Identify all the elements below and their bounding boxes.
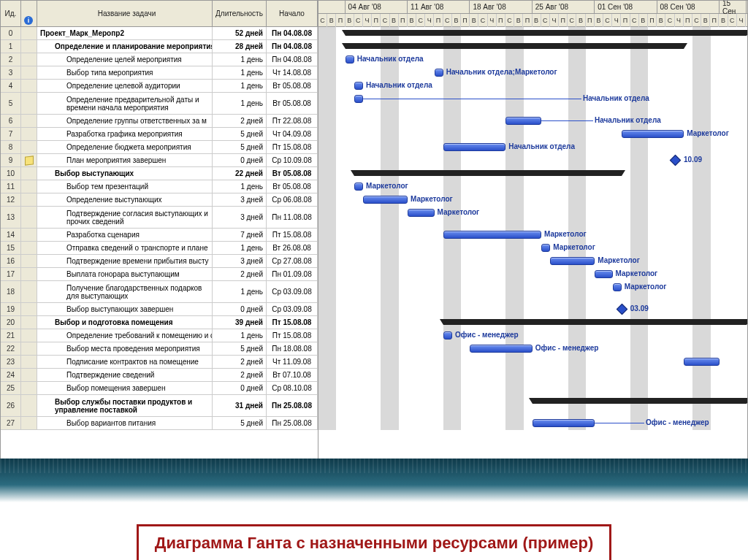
task-duration[interactable]: 1 день xyxy=(213,53,267,66)
task-bar[interactable] xyxy=(595,270,612,278)
task-duration[interactable]: 31 дней xyxy=(213,395,267,416)
table-row[interactable]: 18Получение благодарственных подарков дл… xyxy=(1,281,318,303)
col-start[interactable]: Начало xyxy=(267,1,318,26)
milestone-icon[interactable] xyxy=(670,155,682,166)
task-name[interactable]: Выплата гонорара выступающим xyxy=(37,268,213,280)
task-bar[interactable] xyxy=(354,95,363,103)
task-duration[interactable]: 2 дней xyxy=(213,369,267,381)
task-start[interactable]: Пт 15.08.08 xyxy=(267,329,318,342)
task-name[interactable]: Выбор тем презентаций xyxy=(37,180,213,193)
task-start[interactable]: Вт 05.08.08 xyxy=(267,93,318,114)
task-bar[interactable] xyxy=(470,345,532,353)
table-row[interactable]: 7Разработка графика мероприятия5 днейЧт … xyxy=(1,128,318,141)
task-start[interactable]: Чт 14.08.08 xyxy=(267,66,318,79)
table-row[interactable]: 22Выбор места проведения мероприятия5 дн… xyxy=(1,342,318,356)
task-start[interactable]: Пт 15.08.08 xyxy=(267,141,318,153)
task-duration[interactable]: 3 дней xyxy=(213,255,267,267)
task-name[interactable]: Разработка графика мероприятия xyxy=(37,128,213,140)
task-duration[interactable]: 39 дней xyxy=(213,316,267,329)
task-duration[interactable]: 1 день xyxy=(213,80,267,92)
task-start[interactable]: Пт 15.08.08 xyxy=(267,316,318,329)
task-name[interactable]: Проект_Марк_Меропр2 xyxy=(37,27,213,39)
table-row[interactable]: 10Выбор выступающих22 днейВт 05.08.08 xyxy=(1,167,318,180)
task-start[interactable]: Пн 25.08.08 xyxy=(267,417,318,429)
task-name[interactable]: Выбор вариантов питания xyxy=(37,417,213,429)
task-name[interactable]: Выбор места проведения мероприятия xyxy=(37,342,213,355)
task-name[interactable]: Подтверждение согласия выступающих и про… xyxy=(37,207,213,228)
task-start[interactable]: Пн 25.08.08 xyxy=(267,395,318,416)
summary-bar[interactable] xyxy=(354,170,622,176)
task-name[interactable]: Определение требований к помещению и с xyxy=(37,329,213,342)
table-row[interactable]: 26Выбор службы поставки продуктов и упра… xyxy=(1,395,318,417)
task-duration[interactable]: 3 дней xyxy=(213,193,267,206)
table-row[interactable]: 19Выбор выступающих завершен0 днейСр 03.… xyxy=(1,303,318,316)
task-duration[interactable]: 2 дней xyxy=(213,115,267,127)
task-start[interactable]: Пн 18.08.08 xyxy=(267,342,318,355)
task-duration[interactable]: 0 дней xyxy=(213,382,267,394)
task-name[interactable]: Определение предварительной даты и време… xyxy=(37,93,213,114)
task-duration[interactable]: 1 день xyxy=(213,281,267,302)
table-row[interactable]: 4Определение целевой аудитории1 деньВт 0… xyxy=(1,80,318,93)
task-duration[interactable]: 2 дней xyxy=(213,268,267,280)
task-name[interactable]: Разработка сценария xyxy=(37,229,213,241)
task-name[interactable]: Определение выступающих xyxy=(37,193,213,206)
task-name[interactable]: Определение целевой аудитории xyxy=(37,80,213,92)
col-duration[interactable]: Длительность xyxy=(213,1,267,26)
task-bar[interactable] xyxy=(354,183,363,191)
task-duration[interactable]: 52 дней xyxy=(213,27,267,39)
task-start[interactable]: Чт 04.09.08 xyxy=(267,128,318,140)
task-start[interactable]: Пн 04.08.08 xyxy=(267,40,318,53)
task-bar[interactable] xyxy=(533,419,595,427)
table-row[interactable]: 5Определение предварительной даты и врем… xyxy=(1,93,318,115)
task-bar[interactable] xyxy=(363,196,408,204)
task-duration[interactable]: 1 день xyxy=(213,66,267,79)
table-row[interactable]: 14Разработка сценария7 днейПт 15.08.08 xyxy=(1,229,318,242)
task-duration[interactable]: 7 дней xyxy=(213,229,267,241)
task-duration[interactable]: 0 дней xyxy=(213,303,267,315)
task-duration[interactable]: 2 дней xyxy=(213,356,267,368)
task-name[interactable]: Получение благодарственных подарков для … xyxy=(37,281,213,302)
task-name[interactable]: План мероприятия завершен xyxy=(37,154,213,166)
task-bar[interactable] xyxy=(443,143,505,151)
task-name[interactable]: Определение группы ответственных за м xyxy=(37,115,213,127)
table-row[interactable]: 8Определение бюджета мероприятия5 днейПт… xyxy=(1,141,318,154)
task-start[interactable]: Вт 05.08.08 xyxy=(267,167,318,180)
task-bar[interactable] xyxy=(346,55,354,64)
task-name[interactable]: Выбор помещения завершен xyxy=(37,382,213,394)
table-row[interactable]: 23Подписание контрактов на помещение2 дн… xyxy=(1,356,318,369)
task-duration[interactable]: 5 дней xyxy=(213,128,267,140)
task-bar[interactable] xyxy=(622,130,684,138)
task-duration[interactable]: 28 дней xyxy=(213,40,267,53)
table-row[interactable]: 17Выплата гонорара выступающим2 днейПн 0… xyxy=(1,268,318,281)
task-start[interactable]: Ср 06.08.08 xyxy=(267,193,318,206)
col-id[interactable]: Ид. xyxy=(1,1,21,26)
table-row[interactable]: 24Подтверждение сведений2 днейВт 07.10.0… xyxy=(1,369,318,382)
task-name[interactable]: Выбор выступающих завершен xyxy=(37,303,213,315)
summary-bar[interactable] xyxy=(346,43,684,49)
task-bar[interactable] xyxy=(443,331,452,340)
task-duration[interactable]: 22 дней xyxy=(213,167,267,180)
task-start[interactable]: Ср 08.10.08 xyxy=(267,382,318,394)
task-bar[interactable] xyxy=(354,82,363,90)
task-duration[interactable]: 0 дней xyxy=(213,154,267,166)
task-name[interactable]: Выбор типа мероприятия xyxy=(37,66,213,79)
gantt-body[interactable]: Начальник отделаНачальник отдела;Маркето… xyxy=(318,27,747,430)
task-name[interactable]: Определение и планирование мероприятия xyxy=(37,40,213,53)
task-bar[interactable] xyxy=(541,244,550,252)
task-start[interactable]: Пн 11.08.08 xyxy=(267,207,318,228)
task-start[interactable]: Пт 22.08.08 xyxy=(267,115,318,127)
table-row[interactable]: 1Определение и планирование мероприятия2… xyxy=(1,40,318,53)
table-row[interactable]: 0Проект_Марк_Меропр252 днейПн 04.08.08 xyxy=(1,27,318,40)
table-row[interactable]: 20Выбор и подготовка помещения39 днейПт … xyxy=(1,316,318,329)
task-name[interactable]: Подтверждение времени прибытия высту xyxy=(37,255,213,267)
task-start[interactable]: Ср 10.09.08 xyxy=(267,154,318,166)
task-bar[interactable] xyxy=(613,283,622,291)
task-bar[interactable] xyxy=(443,231,541,239)
table-row[interactable]: 3Выбор типа мероприятия1 деньЧт 14.08.08 xyxy=(1,66,318,80)
task-duration[interactable]: 5 дней xyxy=(213,342,267,355)
task-start[interactable]: Ср 27.08.08 xyxy=(267,255,318,267)
task-start[interactable]: Вт 05.08.08 xyxy=(267,180,318,193)
task-duration[interactable]: 5 дней xyxy=(213,417,267,429)
task-duration[interactable]: 1 день xyxy=(213,180,267,193)
task-start[interactable]: Вт 26.08.08 xyxy=(267,242,318,254)
